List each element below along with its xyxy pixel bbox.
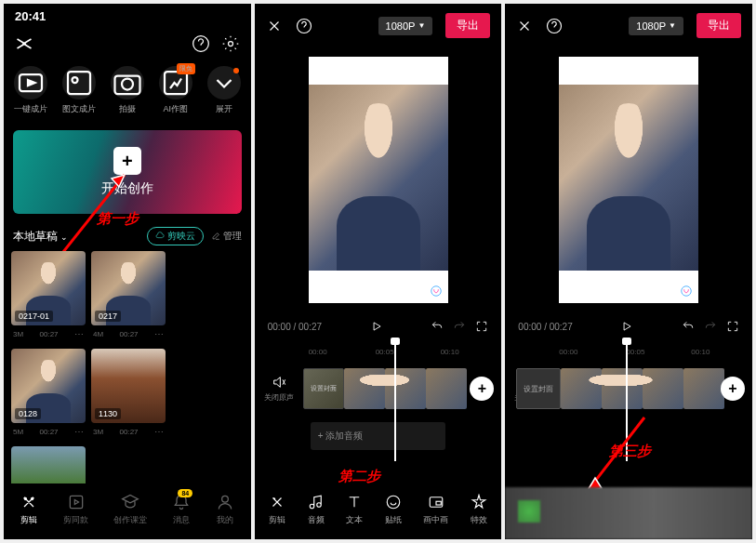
preview-canvas[interactable] <box>559 57 698 303</box>
help-icon[interactable] <box>192 34 210 53</box>
annotation-step1: 第一步 <box>97 210 139 228</box>
cover-clip[interactable]: 设置封面 <box>516 368 561 409</box>
playhead[interactable] <box>394 340 396 461</box>
etool-pip[interactable]: 画中画 <box>423 494 448 526</box>
redo-icon[interactable] <box>453 320 466 333</box>
annotation-step2: 第二步 <box>338 468 380 485</box>
etool-fx[interactable]: 特效 <box>471 494 487 526</box>
svg-point-6 <box>72 77 77 83</box>
svg-point-8 <box>122 79 133 90</box>
svg-point-13 <box>431 286 441 297</box>
more-icon[interactable]: ⋯ <box>74 329 84 339</box>
draft-card[interactable]: 11303M00:27⋯ <box>91 349 166 441</box>
timeline-ruler[interactable]: 00:00 00:05 00:10 <box>505 348 752 361</box>
svg-rect-16 <box>436 501 441 505</box>
help-icon[interactable] <box>296 18 312 34</box>
resolution-button[interactable]: 1080P ▼ <box>378 17 433 35</box>
nav-message[interactable]: 84消息 <box>172 493 191 526</box>
help-icon[interactable] <box>546 18 563 34</box>
video-clip[interactable] <box>683 368 724 409</box>
draft-card[interactable]: 01285M00:27⋯ <box>11 349 86 441</box>
nav-profile[interactable]: 我的 <box>216 493 234 526</box>
nav-learn[interactable]: 创作课堂 <box>113 493 147 526</box>
draft-card[interactable]: 02174M00:27⋯ <box>91 251 166 343</box>
add-clip-button[interactable]: + <box>470 377 494 401</box>
close-icon[interactable] <box>516 18 533 34</box>
svg-point-11 <box>222 496 229 502</box>
watermark-icon <box>430 285 443 298</box>
time-display: 00:00 / 00:27 <box>268 322 322 332</box>
plus-icon: + <box>113 147 141 175</box>
etool-cut[interactable]: 剪辑 <box>269 494 285 526</box>
timeline-clips[interactable]: 设置封面 <box>516 368 724 409</box>
fullscreen-icon[interactable] <box>475 320 488 333</box>
annotation-step3: 第三步 <box>609 443 651 460</box>
video-clip[interactable] <box>426 368 467 409</box>
settings-icon[interactable] <box>221 34 240 53</box>
tool-expand[interactable]: 展开 <box>207 66 241 115</box>
play-icon[interactable] <box>620 320 633 333</box>
svg-point-18 <box>682 286 692 297</box>
manage-button[interactable]: 管理 <box>211 230 242 243</box>
mute-button[interactable]: 关闭原声 <box>255 375 303 403</box>
status-signals <box>232 9 240 23</box>
time-display: 00:00 / 00:27 <box>518 322 572 332</box>
capcut-logo <box>15 34 33 53</box>
create-label: 开始创作 <box>101 180 153 197</box>
redo-icon[interactable] <box>704 320 717 333</box>
status-time: 20:41 <box>15 9 46 23</box>
etool-text[interactable]: 文本 <box>346 494 363 526</box>
resolution-button[interactable]: 1080P ▼ <box>629 17 683 35</box>
nav-edit[interactable]: 剪辑 <box>20 493 38 526</box>
svg-point-3 <box>228 42 232 46</box>
add-audio-button[interactable]: + 添加音频 <box>311 422 446 450</box>
tool-camera[interactable]: 拍摄 <box>111 66 144 115</box>
undo-icon[interactable] <box>682 320 695 333</box>
close-icon[interactable] <box>266 18 283 34</box>
drafts-title[interactable]: 本地草稿 ⌄ <box>13 229 68 245</box>
timeline-ruler[interactable]: 00:00 00:05 00:10 <box>255 348 502 361</box>
play-icon[interactable] <box>370 320 383 333</box>
svg-point-14 <box>387 496 400 509</box>
etool-sticker[interactable]: 贴纸 <box>385 494 402 526</box>
draft-card[interactable]: 0217-013M00:27⋯ <box>11 251 86 343</box>
add-clip-button[interactable]: + <box>721 377 745 401</box>
svg-rect-10 <box>70 496 82 508</box>
etool-audio[interactable]: 音频 <box>308 494 325 526</box>
fullscreen-icon[interactable] <box>726 320 739 333</box>
preview-canvas[interactable] <box>309 57 448 303</box>
blurred-region <box>505 487 752 539</box>
timeline-clips[interactable]: 设置封面 <box>303 368 467 409</box>
export-button[interactable]: 导出 <box>696 13 741 38</box>
cover-clip[interactable]: 设置封面 <box>303 368 344 409</box>
watermark-icon <box>680 285 693 298</box>
export-button[interactable]: 导出 <box>445 13 490 38</box>
tool-ai-image[interactable]: 限免AI作图 <box>159 66 192 115</box>
nav-template[interactable]: 剪同款 <box>63 493 88 526</box>
cloud-button[interactable]: 剪映云 <box>147 227 204 245</box>
undo-icon[interactable] <box>431 320 444 333</box>
tool-imagetext[interactable]: 图文成片 <box>62 66 96 115</box>
create-button[interactable]: + 开始创作 <box>13 130 242 214</box>
tool-oneclick[interactable]: 一键成片 <box>14 66 47 115</box>
svg-rect-5 <box>68 72 90 94</box>
